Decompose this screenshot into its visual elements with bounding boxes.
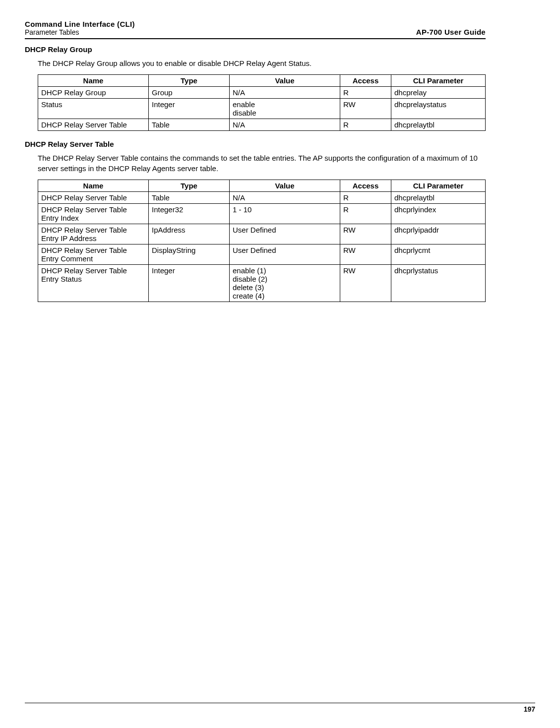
- th-value: Value: [230, 75, 340, 87]
- cell-access: R: [340, 119, 391, 131]
- section2-text: The DHCP Relay Server Table contains the…: [38, 153, 486, 174]
- page-header: Command Line Interface (CLI) Parameter T…: [25, 20, 486, 36]
- th-value: Value: [230, 180, 340, 191]
- table-row: DHCP Relay Server Table Entry IP Address…: [38, 224, 486, 244]
- cell-cli: dhcprelay: [391, 87, 486, 99]
- cell-cli: dhcprelaytbl: [391, 191, 486, 203]
- section2-title: DHCP Relay Server Table: [25, 140, 486, 148]
- table-header-row: Name Type Value Access CLI Parameter: [38, 180, 486, 191]
- table-row: Status Integer enable disable RW dhcprel…: [38, 99, 486, 119]
- cell-name: DHCP Relay Server Table: [38, 119, 149, 131]
- cell-type: Table: [149, 119, 230, 131]
- cell-cli: dhcprlyindex: [391, 203, 486, 224]
- cell-type: Integer: [149, 264, 230, 302]
- cell-name: DHCP Relay Server Table Entry Index: [38, 203, 149, 224]
- section1-title: DHCP Relay Group: [25, 45, 486, 54]
- cell-value: User Defined: [230, 224, 340, 244]
- th-cli: CLI Parameter: [391, 180, 486, 191]
- cell-type: Table: [149, 191, 230, 203]
- th-cli: CLI Parameter: [391, 75, 486, 87]
- table-header-row: Name Type Value Access CLI Parameter: [38, 75, 486, 87]
- cell-name: DHCP Relay Group: [38, 87, 149, 99]
- header-left: Command Line Interface (CLI) Parameter T…: [25, 20, 135, 36]
- cell-value: N/A: [230, 119, 340, 131]
- cell-access: R: [340, 191, 391, 203]
- cell-name: DHCP Relay Server Table: [38, 191, 149, 203]
- cell-value: enable disable: [230, 99, 340, 119]
- cell-type: Group: [149, 87, 230, 99]
- cell-cli: dhcprelaystatus: [391, 99, 486, 119]
- section1-text: The DHCP Relay Group allows you to enabl…: [38, 59, 486, 68]
- cell-type: Integer32: [149, 203, 230, 224]
- table-row: DHCP Relay Group Group N/A R dhcprelay: [38, 87, 486, 99]
- header-rule: [25, 38, 486, 39]
- cell-name: DHCP Relay Server Table Entry IP Address: [38, 224, 149, 244]
- dhcp-relay-group-table: Name Type Value Access CLI Parameter DHC…: [38, 74, 486, 131]
- table-row: DHCP Relay Server Table Table N/A R dhcp…: [38, 191, 486, 203]
- cell-cli: dhcprelaytbl: [391, 119, 486, 131]
- cell-value: N/A: [230, 191, 340, 203]
- cell-access: R: [340, 87, 391, 99]
- header-guide: AP-700 User Guide: [416, 28, 486, 36]
- th-type: Type: [149, 75, 230, 87]
- cell-access: RW: [340, 244, 391, 264]
- cell-access: RW: [340, 224, 391, 244]
- header-subtitle: Parameter Tables: [25, 28, 135, 36]
- table-row: DHCP Relay Server Table Entry Index Inte…: [38, 203, 486, 224]
- cell-cli: dhcprlystatus: [391, 264, 486, 302]
- th-name: Name: [38, 180, 149, 191]
- th-name: Name: [38, 75, 149, 87]
- cell-cli: dhcprlyipaddr: [391, 224, 486, 244]
- table-row: DHCP Relay Server Table Entry Status Int…: [38, 264, 486, 302]
- cell-cli: dhcprlycmt: [391, 244, 486, 264]
- cell-access: R: [340, 203, 391, 224]
- cell-type: IpAddress: [149, 224, 230, 244]
- cell-value: enable (1) disable (2) delete (3) create…: [230, 264, 340, 302]
- cell-access: RW: [340, 99, 391, 119]
- header-title: Command Line Interface (CLI): [25, 20, 135, 28]
- cell-value: User Defined: [230, 244, 340, 264]
- dhcp-relay-server-table: Name Type Value Access CLI Parameter DHC…: [38, 180, 486, 302]
- table-row: DHCP Relay Server Table Table N/A R dhcp…: [38, 119, 486, 131]
- cell-type: DisplayString: [149, 244, 230, 264]
- table-row: DHCP Relay Server Table Entry Comment Di…: [38, 244, 486, 264]
- cell-name: DHCP Relay Server Table Entry Comment: [38, 244, 149, 264]
- cell-value: N/A: [230, 87, 340, 99]
- cell-value: 1 - 10: [230, 203, 340, 224]
- cell-name: Status: [38, 99, 149, 119]
- cell-type: Integer: [149, 99, 230, 119]
- th-access: Access: [340, 75, 391, 87]
- cell-access: RW: [340, 264, 391, 302]
- th-access: Access: [340, 180, 391, 191]
- th-type: Type: [149, 180, 230, 191]
- cell-name: DHCP Relay Server Table Entry Status: [38, 264, 149, 302]
